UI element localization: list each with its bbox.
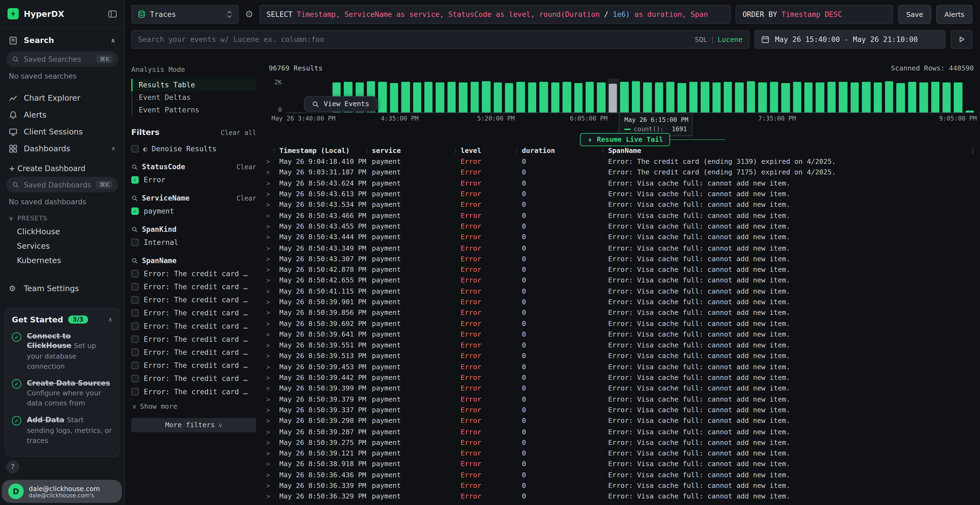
filter-option[interactable]: Error: The credit card … <box>131 295 256 304</box>
table-row[interactable]: >May 26 8:50:39.442 PMpaymentError0Error… <box>262 372 980 383</box>
filter-option[interactable]: ✓Error <box>131 176 256 184</box>
column-header-duration[interactable]: duration <box>516 146 603 154</box>
filter-option[interactable]: Error: The credit card … <box>131 308 256 317</box>
table-row[interactable]: >May 26 8:50:43.624 PMpaymentError0Error… <box>262 178 980 189</box>
table-row[interactable]: >May 26 8:50:36.329 PMpaymentError0Error… <box>262 491 980 502</box>
checkbox-icon[interactable] <box>131 362 139 369</box>
filter-option[interactable]: Error: The credit card … <box>131 322 256 330</box>
sidebar-item-kubernetes[interactable]: Kubernetes <box>0 253 124 267</box>
histogram-bar[interactable] <box>920 83 928 113</box>
histogram-bar[interactable] <box>528 83 536 113</box>
histogram-bar[interactable] <box>516 82 525 113</box>
checkbox-icon[interactable] <box>131 283 139 291</box>
histogram-bar[interactable] <box>896 83 905 113</box>
checkbox-icon[interactable] <box>131 375 139 383</box>
presets-toggle[interactable]: ∨ PRESETS <box>9 215 116 222</box>
get-started-item[interactable]: ✓ Create Data Sources Configure where yo… <box>12 378 113 408</box>
expand-row-icon[interactable]: > <box>262 158 274 165</box>
expand-row-icon[interactable]: > <box>262 277 274 284</box>
save-button[interactable]: Save <box>898 5 931 24</box>
table-row[interactable]: >May 26 8:50:39.453 PMpaymentError0Error… <box>262 362 980 373</box>
expand-row-icon[interactable]: > <box>262 191 274 197</box>
table-row[interactable]: >May 26 8:50:36.339 PMpaymentError0Error… <box>262 480 980 491</box>
histogram-bar[interactable] <box>689 82 698 113</box>
histogram-bar[interactable] <box>873 83 882 113</box>
histogram-bar[interactable] <box>735 83 744 113</box>
expand-row-icon[interactable]: > <box>262 461 274 467</box>
orderby-editor[interactable]: ORDER BY Timestamp DESC <box>735 5 893 24</box>
table-row[interactable]: >May 26 8:50:43.613 PMpaymentError0Error… <box>262 189 980 199</box>
checkbox-icon[interactable] <box>131 296 139 304</box>
expand-row-icon[interactable]: > <box>262 472 274 478</box>
resume-live-tail-button[interactable]: Resume Live Tail <box>580 133 670 146</box>
table-row[interactable]: >May 26 8:50:39.692 PMpaymentError0Error… <box>262 318 980 329</box>
column-header-level[interactable]: level <box>455 146 516 154</box>
sidebar-item-alerts[interactable]: Alerts <box>0 106 124 123</box>
histogram-bar[interactable] <box>505 83 514 113</box>
table-row[interactable]: >May 26 8:50:36.436 PMpaymentError0Error… <box>262 470 980 481</box>
expand-row-icon[interactable]: > <box>262 483 274 489</box>
filter-option[interactable]: ✓payment <box>131 207 256 216</box>
filter-option[interactable]: Error: The credit card … <box>131 361 256 370</box>
table-row[interactable]: >May 26 8:50:43.349 PMpaymentError0Error… <box>262 243 980 254</box>
checkbox-icon[interactable] <box>131 388 139 395</box>
histogram-bar[interactable] <box>678 83 686 113</box>
checkbox-icon[interactable] <box>131 239 139 246</box>
histogram-bar[interactable] <box>401 82 410 113</box>
expand-row-icon[interactable]: > <box>262 180 274 187</box>
histogram-bar[interactable] <box>908 82 916 113</box>
histogram-bar[interactable] <box>804 82 813 113</box>
expand-row-icon[interactable]: > <box>262 299 274 305</box>
clear-filter-button[interactable]: Clear <box>237 163 256 171</box>
sidebar-item-services[interactable]: Services <box>0 239 124 253</box>
histogram-bar[interactable] <box>839 82 848 113</box>
histogram-bar[interactable] <box>551 82 559 113</box>
table-row[interactable]: >May 26 8:50:41.115 PMpaymentError0Error… <box>262 286 980 297</box>
table-row[interactable]: >May 26 8:50:43.307 PMpaymentError0Error… <box>262 253 980 264</box>
histogram-bar[interactable] <box>816 83 824 113</box>
table-row[interactable]: >May 26 9:04:18.410 PMpaymentError0Error… <box>262 156 980 167</box>
histogram-bar[interactable] <box>425 82 433 113</box>
column-header-service[interactable]: service <box>366 146 455 154</box>
filter-option[interactable]: Error: The credit card … <box>131 335 256 344</box>
histogram-chart[interactable]: 2K 0 May 26 3:40:00 PM4:35:00 PM5:20:00 … <box>262 79 974 113</box>
table-row[interactable]: >May 26 8:50:39.379 PMpaymentError0Error… <box>262 394 980 405</box>
histogram-bar[interactable] <box>643 83 652 113</box>
histogram-bar[interactable] <box>379 82 387 113</box>
table-row[interactable]: >May 26 8:50:39.551 PMpaymentError0Error… <box>262 340 980 351</box>
sql-mode-toggle[interactable]: SQL <box>695 35 707 43</box>
checkbox-icon[interactable]: ✓ <box>131 207 139 215</box>
histogram-bar[interactable] <box>493 83 502 113</box>
user-menu[interactable]: D dale@clickhouse.com dale@clickhouse.co… <box>2 480 122 503</box>
histogram-bar[interactable] <box>597 83 605 113</box>
run-query-button[interactable] <box>951 30 972 49</box>
histogram-bar[interactable] <box>931 82 939 113</box>
filter-option[interactable]: Error: The credit card … <box>131 348 256 357</box>
histogram-bar[interactable] <box>781 83 790 113</box>
expand-row-icon[interactable]: > <box>262 396 274 403</box>
gear-icon[interactable]: ⚙ <box>243 5 255 24</box>
view-events-button[interactable]: View Events <box>304 96 377 112</box>
date-range-picker[interactable]: May 26 15:40:00 - May 26 21:10:00 <box>754 30 946 49</box>
histogram-bar[interactable] <box>609 84 617 113</box>
sidebar-item-search[interactable]: Search ∧ <box>0 28 124 49</box>
histogram-bar[interactable] <box>966 110 974 113</box>
collapse-sidebar-icon[interactable] <box>108 10 117 18</box>
more-filters-button[interactable]: More filters ∨ <box>131 418 256 432</box>
histogram-bar[interactable] <box>827 82 836 113</box>
table-row[interactable]: >May 26 8:50:39.298 PMpaymentError0Error… <box>262 416 980 426</box>
histogram-bar[interactable] <box>620 82 628 113</box>
expand-row-icon[interactable]: > <box>262 385 274 392</box>
table-row[interactable]: >May 26 8:50:43.466 PMpaymentError0Error… <box>262 210 980 221</box>
table-row[interactable]: >May 26 8:50:43.444 PMpaymentError0Error… <box>262 232 980 243</box>
chart-plot-area[interactable]: May 26 3:40:00 PM4:35:00 PM5:20:00 PM6:0… <box>286 79 974 113</box>
expand-row-icon[interactable]: > <box>262 266 274 273</box>
saved-searches-input[interactable]: Saved Searches ⌘K <box>6 51 118 67</box>
checkbox-icon[interactable] <box>131 145 139 152</box>
column-options-icon[interactable]: ⋮ <box>969 146 976 154</box>
sidebar-item-clickhouse[interactable]: ClickHouse <box>0 224 124 239</box>
table-row[interactable]: >May 26 8:50:42.878 PMpaymentError0Error… <box>262 264 980 275</box>
filter-option[interactable]: Error: The credit card … <box>131 269 256 278</box>
alerts-button[interactable]: Alerts <box>936 5 972 24</box>
table-row[interactable]: >May 26 8:50:39.337 PMpaymentError0Error… <box>262 405 980 416</box>
